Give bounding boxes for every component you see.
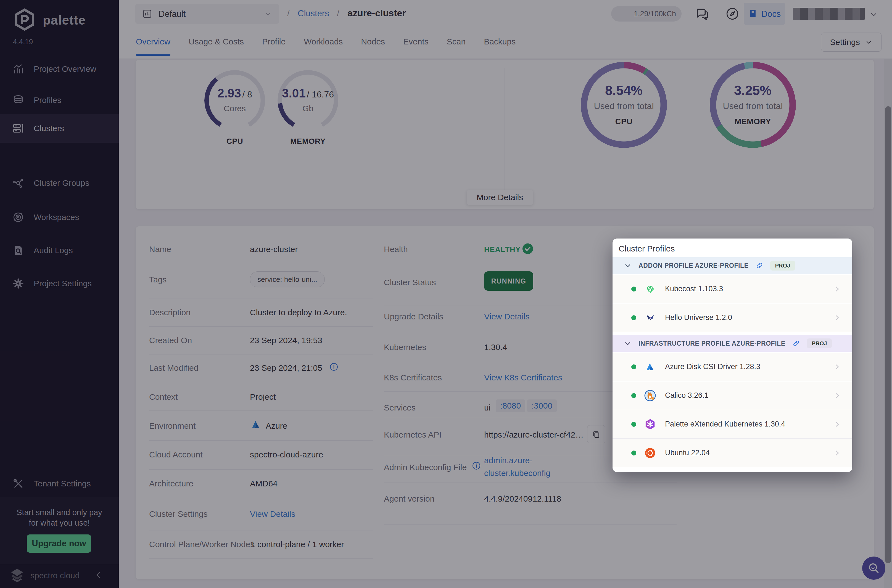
status-dot [631,450,636,456]
chevron-right-icon [833,285,841,293]
palette-kubernetes-icon [644,418,656,430]
popup-title: Cluster Profiles [619,244,675,253]
profile-layer-row-pxk[interactable]: Palette eXtended Kubernetes 1.30.4 [613,410,852,439]
chevron-right-icon [833,363,841,371]
profile-layer-row-azure-disk[interactable]: Azure Disk CSI Driver 1.28.3 [613,353,852,381]
link-icon[interactable] [792,339,800,348]
profile-layer-row-calico[interactable]: Calico 3.26.1 [613,381,852,410]
chevron-right-icon [833,392,841,400]
profile-layer-name: Kubecost 1.103.3 [665,285,723,292]
profile-layer-name: Palette eXtended Kubernetes 1.30.4 [665,420,785,428]
status-dot [631,393,636,398]
profile-layer-name: Ubuntu 22.04 [665,449,710,457]
profile-layer-name: Hello Universe 1.2.0 [665,314,732,321]
proj-scope-badge: PROJ [807,339,832,348]
status-dot [631,364,636,369]
proj-scope-badge: PROJ [770,261,795,270]
ubuntu-icon [644,447,656,459]
profile-layer-name: Azure Disk CSI Driver 1.28.3 [665,363,760,370]
addon-profile-name: ADDON PROFILE AZURE-PROFILE [638,262,749,269]
kubecost-icon [644,284,656,294]
infrastructure-profile-name: INFRASTRUCTURE PROFILE AZURE-PROFILE [638,340,785,347]
status-dot [631,315,636,320]
chevron-down-icon [623,261,632,270]
hello-universe-icon [644,312,656,323]
status-dot [631,422,636,427]
cluster-profiles-popup: Cluster Profiles ADDON PROFILE AZURE-PRO… [613,238,852,472]
chevron-right-icon [833,420,841,429]
chevron-down-icon [623,339,632,348]
chevron-right-icon [833,449,841,457]
palette-console: palette 4.4.19 Project Overview Profiles… [0,0,892,588]
status-dot [631,286,636,291]
azure-disk-icon [644,362,656,372]
addon-profile-header[interactable]: ADDON PROFILE AZURE-PROFILE PROJ [613,257,852,274]
profile-layer-name: Calico 3.26.1 [665,392,709,399]
profile-layer-row-ubuntu[interactable]: Ubuntu 22.04 [613,439,852,467]
link-icon[interactable] [755,261,764,270]
infrastructure-profile-header[interactable]: INFRASTRUCTURE PROFILE AZURE-PROFILE PRO… [613,335,852,352]
chevron-right-icon [833,314,841,322]
calico-icon [643,389,657,402]
profile-layer-row-hello-universe[interactable]: Hello Universe 1.2.0 [613,304,852,332]
profile-layer-row-kubecost[interactable]: Kubecost 1.103.3 [613,275,852,303]
